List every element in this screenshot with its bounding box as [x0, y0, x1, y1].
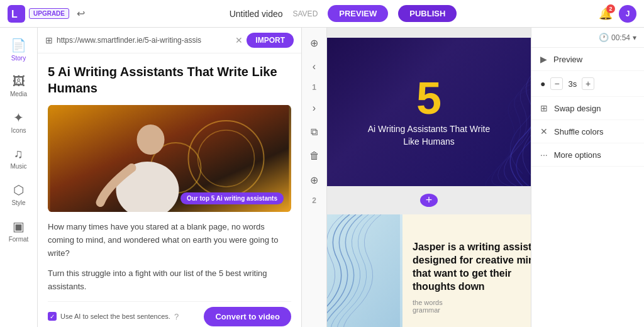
format-icon: ▣: [13, 219, 25, 234]
swap-design-option[interactable]: ⊞ Swap design: [531, 97, 644, 120]
sidebar-item-media[interactable]: 🖼 Media: [3, 69, 35, 103]
swap-icon: ⊞: [540, 103, 548, 113]
checkmark-icon: ✓: [50, 313, 55, 320]
duration-icon: ●: [540, 79, 545, 89]
article-image-caption: Our top 5 Ai writing assistants: [180, 192, 284, 204]
slide2-caption2: grammar: [413, 306, 531, 314]
sidebar-label-format: Format: [9, 236, 29, 243]
svg-point-6: [137, 125, 165, 155]
preview-option-label: Preview: [553, 55, 582, 64]
slide2-caption1: the words: [413, 299, 531, 306]
shuffle-colors-option[interactable]: ✕ Shuffle colors: [531, 120, 644, 143]
shuffle-colors-label: Shuffle colors: [554, 127, 604, 136]
clock-icon: 🕐: [599, 33, 609, 42]
slide2-image: [327, 214, 402, 327]
duration-row: ● − 3s +: [531, 71, 644, 97]
ai-checkbox-area: ✓ Use AI to select the best sentences. ?: [48, 312, 179, 321]
video-title: Untitled video: [230, 9, 283, 19]
sidebar-label-style: Style: [11, 199, 25, 206]
shuffle-icon: ✕: [540, 126, 548, 136]
logo-area: L UPGRADE: [8, 5, 69, 23]
slide1-number: 5: [416, 75, 441, 121]
sidebar-item-icons[interactable]: ✦ Icons: [3, 105, 35, 139]
delete-slide-button[interactable]: 🗑: [304, 146, 325, 166]
undo-button[interactable]: ↩: [74, 5, 87, 22]
publish-button[interactable]: PUBLISH: [398, 5, 457, 22]
slide1-subtitle: Ai Writing Assistants That Write Like Hu…: [366, 123, 492, 148]
timer-bar[interactable]: 🕐 00:54 ▾: [531, 28, 644, 48]
slide-card-2[interactable]: Jasper is a writing assistant designed f…: [327, 214, 531, 327]
user-avatar[interactable]: J: [619, 5, 636, 23]
article-bottom: ✓ Use AI to select the best sentences. ?…: [48, 301, 291, 326]
right-panel: 🕐 00:54 ▾ ▶ Preview ● − 3s + ⊞ Swap desi…: [531, 28, 644, 327]
slide2-wave-svg: [327, 214, 402, 327]
svg-text:L: L: [11, 9, 18, 19]
article-content: 5 Ai Writing Assistants That Write Like …: [38, 53, 301, 327]
center-tools: ⊕ ‹ 1 › ⧉ 🗑 ⊕ 2: [302, 28, 327, 327]
swap-design-label: Swap design: [554, 104, 601, 113]
sidebar-label-music: Music: [10, 163, 26, 170]
duration-value: 3s: [568, 79, 577, 89]
preview-option[interactable]: ▶ Preview: [531, 48, 644, 71]
timer-value: 00:54: [611, 33, 630, 42]
lumen5-logo: L: [8, 5, 25, 23]
sidebar-label-story: Story: [11, 55, 26, 62]
topbar-right: 🔔 2 J: [599, 5, 636, 23]
sidebar-label-icons: Icons: [11, 127, 26, 134]
convert-button[interactable]: Convert to video: [204, 307, 291, 326]
sidebar-label-media: Media: [10, 91, 27, 97]
preview-area: 5 Ai Writing Assistants That Write Like …: [327, 28, 531, 327]
copy-slide-button[interactable]: ⧉: [304, 122, 325, 142]
ai-label: Use AI to select the best sentences.: [60, 313, 170, 320]
style-icon: ⬡: [13, 182, 24, 197]
sidebar: 📄 Story 🖼 Media ✦ Icons ♫ Music ⬡ Style …: [0, 28, 38, 327]
upgrade-badge[interactable]: UPGRADE: [29, 8, 69, 19]
more-options-label: More options: [554, 150, 601, 160]
sidebar-item-format[interactable]: ▣ Format: [3, 214, 35, 248]
sidebar-item-music[interactable]: ♫ Music: [3, 141, 35, 175]
notification-icon[interactable]: 🔔 2: [599, 7, 613, 21]
import-url: https://www.smartfinder.ie/5-ai-writing-…: [57, 36, 231, 45]
article-body1: How many times have you stared at a blan…: [48, 221, 291, 260]
media-icon: 🖼: [13, 74, 25, 89]
add-slide-top-button[interactable]: ⊕: [304, 33, 325, 53]
music-icon: ♫: [14, 147, 23, 161]
more-icon: ···: [540, 150, 548, 160]
sidebar-item-style[interactable]: ⬡ Style: [3, 177, 35, 211]
main-layout: 📄 Story 🖼 Media ✦ Icons ♫ Music ⬡ Style …: [0, 28, 644, 327]
sidebar-item-story[interactable]: 📄 Story: [3, 33, 35, 67]
duration-plus-button[interactable]: +: [582, 77, 594, 90]
add-slide-between-button[interactable]: +: [420, 194, 438, 207]
more-options-option[interactable]: ··· More options: [531, 143, 644, 167]
add-slide-middle-button[interactable]: ⊕: [304, 170, 325, 190]
help-icon[interactable]: ?: [174, 312, 179, 321]
article-body2: Turn this struggle into a fight with our…: [48, 267, 291, 294]
slide-number-1: 1: [309, 80, 319, 94]
article-image-wrap: Our top 5 Ai writing assistants: [48, 105, 291, 212]
article-title: 5 Ai Writing Assistants That Write Like …: [48, 64, 291, 96]
clear-url-button[interactable]: ✕: [235, 35, 243, 45]
story-icon: 📄: [11, 38, 26, 53]
play-icon: ▶: [540, 54, 547, 64]
topbar: L UPGRADE ↩ Untitled video SAVED PREVIEW…: [0, 0, 644, 28]
svg-rect-8: [327, 214, 400, 327]
slide-card-1[interactable]: 5 Ai Writing Assistants That Write Like …: [327, 38, 531, 186]
chevron-up-button[interactable]: ‹: [304, 57, 325, 77]
duration-minus-button[interactable]: −: [550, 77, 563, 90]
slide-number-2: 2: [309, 194, 319, 208]
preview-button[interactable]: PREVIEW: [328, 5, 388, 22]
content-panel: ⊞ https://www.smartfinder.ie/5-ai-writin…: [38, 28, 302, 327]
notif-badge: 2: [606, 4, 615, 13]
icons-icon: ✦: [13, 110, 24, 125]
slide2-title: Jasper is a writing assistant designed f…: [413, 241, 531, 293]
link-icon: ⊞: [45, 35, 53, 45]
topbar-center: Untitled video SAVED PREVIEW PUBLISH: [92, 5, 594, 22]
saved-label: SAVED: [293, 9, 318, 18]
ai-checkbox[interactable]: ✓: [48, 312, 57, 321]
import-bar: ⊞ https://www.smartfinder.ie/5-ai-writin…: [38, 28, 301, 53]
slide2-text-area: Jasper is a writing assistant designed f…: [402, 214, 531, 327]
slide-1-preview[interactable]: 5 Ai Writing Assistants That Write Like …: [327, 38, 531, 186]
chevron-down-button[interactable]: ›: [304, 98, 325, 118]
slide-2-preview[interactable]: Jasper is a writing assistant designed f…: [327, 214, 531, 327]
import-button[interactable]: IMPORT: [247, 33, 294, 48]
